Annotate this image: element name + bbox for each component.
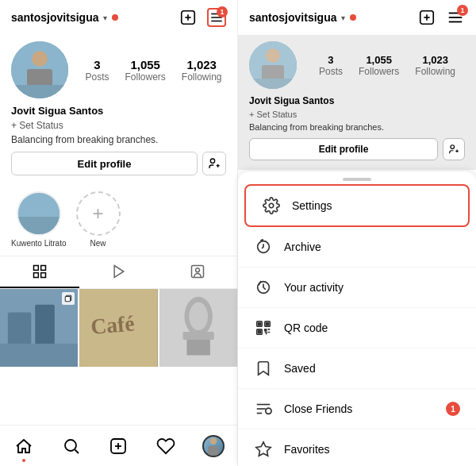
right-chevron-icon[interactable]: ▾ [341,13,345,22]
profile-header: 3 Posts 1,055 Followers 1,023 Following [11,41,226,98]
svg-rect-34 [186,340,210,356]
favorites-label: Favorites [284,443,330,456]
tab-tagged[interactable] [158,256,237,288]
svg-rect-18 [40,273,45,278]
following-stat: 1,023 Following [182,58,222,83]
svg-marker-68 [256,442,271,456]
right-posts-count: 3 [328,54,333,66]
edit-profile-button[interactable]: Edit profile [11,152,198,175]
svg-rect-61 [259,323,261,325]
saved-label: Saved [284,362,316,375]
nav-search[interactable] [54,432,89,460]
right-header-left: santosjovitsigua ▾ [249,11,356,24]
new-story-label: New [90,239,106,248]
home-dot [22,459,25,462]
menu-item-archive[interactable]: Archive [238,227,476,268]
close-friends-icon [254,399,273,418]
svg-point-66 [266,408,271,414]
menu-handle-bar [343,178,371,181]
settings-label: Settings [292,199,332,212]
right-edit-profile-button[interactable]: Edit profile [249,138,438,160]
left-header-right: 1 [178,8,226,27]
svg-point-35 [65,440,76,451]
qr-icon [254,318,273,337]
svg-point-10 [210,159,214,163]
svg-rect-15 [33,266,38,271]
followers-label: Followers [125,71,165,83]
svg-point-52 [451,145,455,149]
following-count: 1,023 [186,58,217,71]
story-label: Kuwento Litrato [11,239,67,248]
svg-rect-62 [267,323,269,325]
right-followers-stat: 1,055 Followers [359,54,399,77]
svg-rect-41 [208,445,219,455]
menu-item-close-friends[interactable]: Close Friends 1 [238,389,476,429]
stats-row: 3 Posts 1,055 Followers 1,023 Following [81,58,226,83]
right-profile-name: Jovit Sigua Santos [249,95,465,106]
story-thumb [17,191,61,236]
qr-label: QR code [284,322,328,334]
bottom-nav [0,425,237,466]
right-set-status[interactable]: + Set Status [249,110,465,119]
new-story-button[interactable]: + [76,191,121,236]
followers-count: 1,055 [130,58,160,71]
add-friend-button[interactable] [202,152,226,175]
add-post-button[interactable] [178,8,198,27]
right-add-friend-button[interactable] [443,138,465,160]
right-top-bar: santosjovitsigua ▾ 1 [238,0,476,35]
menu-item-activity[interactable]: Your activity [238,268,476,308]
right-header-right: 1 [417,8,465,27]
followers-stat: 1,055 Followers [125,58,165,83]
menu-button[interactable]: 1 [207,8,226,27]
tab-reels[interactable] [79,256,159,288]
new-story-item[interactable]: + New [76,191,121,248]
close-friends-label: Close Friends [284,402,352,415]
nav-home[interactable] [6,432,41,460]
activity-icon [254,278,273,297]
tab-grid[interactable] [0,256,79,288]
saved-icon [254,359,273,378]
left-profile-section: 3 Posts 1,055 Followers 1,023 Following … [0,35,237,183]
left-username: santosjovitsigua [11,11,98,24]
set-status-button[interactable]: + Set Status [11,120,226,131]
right-bio: Balancing from breaking branches. [249,122,465,132]
svg-point-7 [32,51,48,67]
photo-cell-1[interactable] [0,289,78,367]
photo-cell-3[interactable] [159,289,237,367]
set-status-label: + Set Status [11,120,63,131]
svg-text:Café: Café [90,310,136,339]
right-stats-row: 3 Posts 1,055 Followers 1,023 Following [309,54,465,77]
svg-rect-14 [18,217,61,236]
archive-label: Archive [284,241,321,253]
right-add-button[interactable] [417,8,436,27]
nav-heart[interactable] [148,432,183,460]
svg-rect-20 [192,266,204,278]
svg-rect-25 [0,344,78,367]
svg-rect-51 [249,79,297,89]
right-menu-button[interactable]: 1 [446,8,465,27]
right-posts-stat: 3 Posts [319,54,343,77]
right-profile-section: 3 Posts 1,055 Followers 1,023 Following … [238,35,476,170]
photo-cell-2[interactable]: Café [79,289,157,367]
following-label: Following [182,71,222,83]
menu-item-favorites[interactable]: Favorites [238,429,476,466]
right-menu-badge: 1 [457,5,468,16]
tabs-row [0,256,237,289]
menu-item-settings[interactable]: Settings [244,184,470,227]
nav-profile[interactable] [196,432,231,460]
story-item[interactable]: Kuwento Litrato [11,191,67,248]
nav-add[interactable] [101,432,136,460]
chevron-down-icon[interactable]: ▾ [103,13,107,22]
svg-rect-9 [11,85,68,98]
right-panel: santosjovitsigua ▾ 1 [238,0,476,466]
menu-item-saved[interactable]: Saved [238,349,476,389]
svg-marker-19 [114,266,124,278]
avatar[interactable] [11,41,68,98]
profile-name: Jovit Sigua Santos [11,105,226,117]
right-posts-label: Posts [319,66,343,77]
menu-item-qr[interactable]: QR code [238,308,476,349]
archive-icon [254,237,273,256]
left-top-bar: santosjovitsigua ▾ 1 [0,0,237,35]
posts-stat: 3 Posts [85,58,109,83]
settings-icon [262,196,281,215]
